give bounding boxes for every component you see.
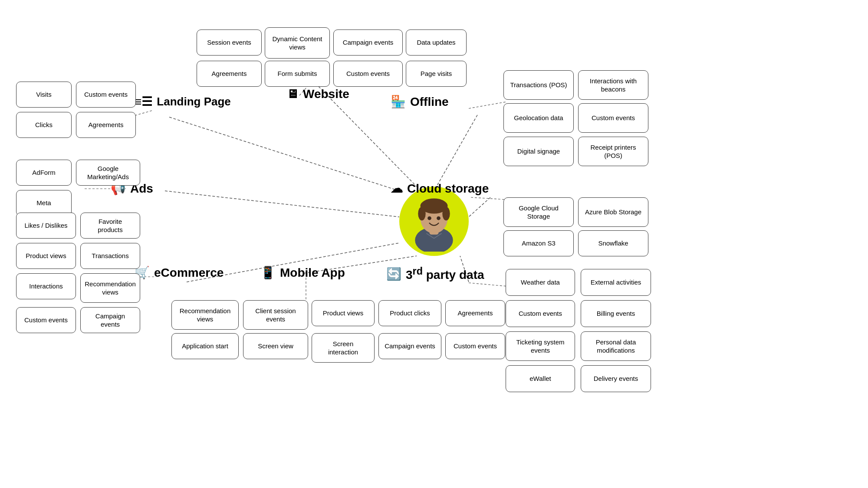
tag-campaign-events-web: Campaign events <box>333 29 403 56</box>
cloud-storage-label: ☁ Cloud storage <box>391 181 489 196</box>
mobile-icon: 📱 <box>260 265 276 280</box>
tag-recommendation-views-ma: Recommendation views <box>171 300 239 330</box>
svg-line-3 <box>165 191 399 217</box>
tag-custom-events-3p: Custom events <box>506 300 575 327</box>
tag-receipt-printers: Receipt printers (POS) <box>578 137 648 166</box>
tag-custom-events-offline: Custom events <box>578 103 648 133</box>
tag-amazon-s3: Amazon S3 <box>503 230 574 256</box>
svg-line-2 <box>434 115 477 191</box>
tag-geolocation-data: Geolocation data <box>503 103 574 133</box>
tag-azure-blob: Azure Blob Storage <box>578 197 648 227</box>
ecommerce-label: 🛒 eCommerce <box>135 265 224 280</box>
tag-custom-events-lp: Custom events <box>76 82 136 108</box>
tag-google-cloud-storage: Google Cloud Storage <box>503 197 574 227</box>
tag-agreements-lp: Agreements <box>76 112 136 138</box>
diagram-container: 🖥 Website Session events Dynamic Content… <box>0 0 868 488</box>
tag-application-start: Application start <box>171 333 239 359</box>
website-label: 🖥 Website <box>286 87 349 101</box>
tag-screen-view: Screen view <box>243 333 308 359</box>
tag-screen-interaction: Screen interaction <box>312 333 375 363</box>
svg-line-4 <box>469 197 490 217</box>
svg-point-20 <box>418 207 426 221</box>
svg-point-22 <box>427 216 431 220</box>
tag-ticketing-system: Ticketing system events <box>506 331 575 361</box>
tag-favorite-products: Favorite products <box>80 213 140 239</box>
svg-line-10 <box>469 102 506 108</box>
tag-product-views-ec: Product views <box>16 243 76 269</box>
cloud-icon: ☁ <box>391 181 403 196</box>
offline-label: 🏪 Offline <box>391 95 449 109</box>
person-svg <box>404 191 464 252</box>
tag-digital-signage: Digital signage <box>503 137 574 166</box>
tag-data-updates: Data updates <box>406 29 467 56</box>
svg-point-21 <box>442 207 450 221</box>
tag-personal-data-mod: Personal data modifications <box>581 331 651 361</box>
tag-visits: Visits <box>16 82 72 108</box>
tag-custom-events-web: Custom events <box>333 61 403 87</box>
center-person <box>399 187 469 256</box>
svg-line-12 <box>471 197 506 200</box>
offline-icon: 🏪 <box>391 95 406 109</box>
tag-product-clicks: Product clicks <box>378 300 441 326</box>
tag-clicks: Clicks <box>16 112 72 138</box>
tag-agreements-ma: Agreements <box>445 300 505 326</box>
tag-delivery-events: Delivery events <box>581 365 651 392</box>
tag-ewallet: eWallet <box>506 365 575 392</box>
tag-billing-events: Billing events <box>581 300 651 327</box>
mobile-app-label: 📱 Mobile App <box>260 265 345 280</box>
svg-line-1 <box>169 117 399 191</box>
tag-google-marketing: Google Marketing/Ads <box>76 160 140 186</box>
tag-page-visits: Page visits <box>406 61 467 87</box>
tag-form-submits: Form submits <box>265 61 330 87</box>
tag-external-activities: External activities <box>581 269 651 296</box>
tag-dynamic-content-views: Dynamic Content views <box>265 27 330 59</box>
third-party-label: 🔄 3rd party data <box>386 265 484 282</box>
svg-point-23 <box>437 216 441 220</box>
tag-meta: Meta <box>16 190 72 216</box>
tag-transactions-ec: Transactions <box>80 243 140 269</box>
tag-agreements-web: Agreements <box>197 61 262 87</box>
tag-adform: AdForm <box>16 160 72 186</box>
tag-custom-events-ec: Custom events <box>16 307 76 333</box>
tag-session-events: Session events <box>197 29 262 56</box>
tag-campaign-events-ec: Campaign events <box>80 307 140 333</box>
tag-interactions-beacons: Interactions with beacons <box>578 70 648 100</box>
tag-recommendation-views-ec: Recommendation views <box>80 273 140 303</box>
tag-likes-dislikes: Likes / Dislikes <box>16 213 76 239</box>
website-icon: 🖥 <box>286 87 299 101</box>
tag-snowflake: Snowflake <box>578 230 648 256</box>
tag-custom-events-ma: Custom events <box>445 333 505 359</box>
tag-weather-data: Weather data <box>506 269 575 296</box>
landing-page-label: ≡☰ Landing Page <box>135 95 231 109</box>
svg-line-15 <box>469 283 508 286</box>
tag-campaign-events-ma: Campaign events <box>378 333 441 359</box>
tag-client-session-events: Client session events <box>243 300 308 330</box>
tag-interactions-ec: Interactions <box>16 273 76 299</box>
tag-transactions-pos: Transactions (POS) <box>503 70 574 100</box>
third-party-icon: 🔄 <box>386 267 401 281</box>
tag-product-views-ma: Product views <box>312 300 375 326</box>
landing-page-icon: ≡☰ <box>135 95 152 109</box>
